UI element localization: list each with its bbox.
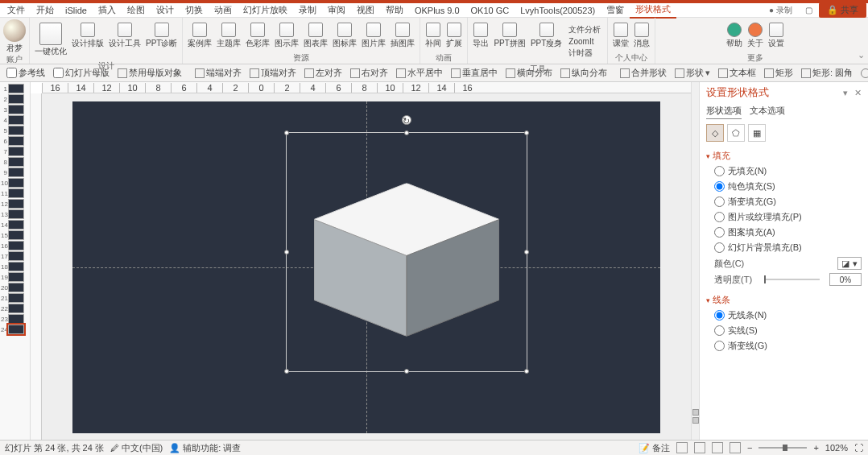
align-hc[interactable]: 水平居中 — [393, 65, 446, 81]
share-btn[interactable]: 🔒 共享 — [819, 2, 866, 18]
menu-islide[interactable]: iSlide — [60, 4, 93, 17]
handle-tm[interactable] — [404, 130, 409, 135]
line-solid[interactable]: 实线(S) — [706, 323, 862, 338]
thumb-21[interactable]: 21 — [1, 293, 29, 303]
thumb-17[interactable]: 17 — [1, 251, 29, 261]
help-btn[interactable]: 帮助 — [726, 23, 742, 49]
msg-btn[interactable]: 消息 — [634, 23, 650, 49]
disable-master[interactable]: 禁用母版对象 — [114, 65, 185, 81]
thumb-4[interactable]: 4 — [1, 115, 29, 125]
thumb-20[interactable]: 20 — [1, 283, 29, 292]
dist-v[interactable]: 纵向分布 — [557, 65, 610, 81]
menu-slideshow[interactable]: 幻灯片放映 — [238, 2, 293, 18]
fill-section[interactable]: 填充 — [706, 148, 862, 163]
selection-box[interactable]: ↻ — [286, 132, 527, 372]
color-picker[interactable]: ◪ ▾ — [837, 257, 862, 270]
thumb-11[interactable]: 11 — [1, 188, 29, 198]
fill-none[interactable]: 无填充(N) — [706, 163, 862, 179]
menu-design[interactable]: 设计 — [151, 2, 180, 18]
rect-btn[interactable]: 矩形 — [761, 65, 796, 81]
record-btn[interactable]: ● 录制 — [763, 3, 799, 18]
case-btn[interactable]: 案例库 — [188, 23, 212, 49]
notes-btn[interactable]: 📝 备注 — [639, 442, 670, 454]
present-icon[interactable]: ▢ — [799, 4, 819, 16]
size-icon[interactable]: ▦ — [748, 124, 766, 142]
chart-btn[interactable]: 图表库 — [304, 23, 328, 49]
menu-help[interactable]: 帮助 — [380, 2, 409, 18]
menu-insert[interactable]: 插入 — [93, 2, 122, 18]
ribbon-collapse[interactable]: ⌄ — [854, 47, 868, 64]
guides-chk[interactable]: 参考线 — [3, 65, 48, 81]
menu-file[interactable]: 文件 — [2, 2, 31, 18]
master-chk[interactable]: 幻灯片母版 — [50, 65, 113, 81]
thumb-16[interactable]: 16 — [1, 241, 29, 250]
thumb-9[interactable]: 9 — [1, 168, 29, 177]
align-vc[interactable]: 垂直居中 — [448, 65, 501, 81]
handle-ml[interactable] — [284, 250, 289, 254]
scrollbar-v[interactable] — [691, 82, 699, 440]
thumb-15[interactable]: 15 — [1, 230, 29, 240]
zoom-value[interactable]: 102% — [825, 443, 848, 453]
trans-spin[interactable] — [829, 273, 862, 286]
handle-tl[interactable] — [284, 130, 289, 135]
line-gradient[interactable]: 渐变线(G) — [706, 338, 862, 354]
menu-xue[interactable]: 雪窗 — [601, 2, 630, 18]
tab-text-options[interactable]: 文本选项 — [750, 105, 785, 119]
align-right[interactable]: 右对齐 — [347, 65, 391, 81]
fileanalysis-btn[interactable]: 文件分析 — [568, 24, 601, 35]
icon-btn[interactable]: 图标库 — [333, 23, 357, 49]
line-none[interactable]: 无线条(N) — [706, 308, 862, 323]
menu-record[interactable]: 录制 — [293, 2, 322, 18]
class-btn[interactable]: 课堂 — [613, 23, 629, 49]
opt-btn[interactable]: 一键优化 — [35, 23, 67, 57]
menu-draw[interactable]: 绘图 — [122, 2, 151, 18]
dist-h[interactable]: 横向分布 — [502, 65, 556, 81]
ellipse-btn[interactable]: 椭圆 — [858, 65, 868, 81]
fill-pattern[interactable]: 图案填充(A) — [706, 225, 862, 240]
thumbnails[interactable]: 123456789101112131415161718192021222324 — [0, 82, 31, 440]
color-btn[interactable]: 色彩库 — [246, 23, 270, 49]
diagram-btn[interactable]: 图示库 — [275, 23, 299, 49]
fill-picture[interactable]: 图片或纹理填充(P) — [706, 209, 862, 225]
fit-icon[interactable]: ⛶ — [854, 443, 863, 453]
menu-review[interactable]: 审阅 — [322, 2, 351, 18]
view-normal-icon[interactable] — [676, 442, 688, 453]
thumb-23[interactable]: 23 — [1, 314, 29, 324]
panel-close-icon[interactable]: ✕ — [854, 88, 862, 98]
menu-home[interactable]: 开始 — [31, 2, 60, 18]
pic-btn[interactable]: 图片库 — [362, 23, 386, 49]
avatar[interactable]: 君梦 — [3, 19, 26, 54]
diag-btn[interactable]: PPT诊断 — [146, 23, 177, 57]
fill-line-icon[interactable]: ◇ — [706, 124, 724, 142]
thumb-18[interactable]: 18 — [1, 262, 29, 271]
about-btn[interactable]: 关于 — [747, 23, 763, 49]
menu-ok10[interactable]: OK10 GC — [465, 4, 515, 17]
fill-gradient[interactable]: 渐变填充(G) — [706, 194, 862, 209]
handle-tr[interactable] — [524, 130, 529, 135]
thumb-1[interactable]: 1 — [1, 84, 29, 93]
view-sorter-icon[interactable] — [694, 442, 705, 453]
shape-dd[interactable]: 形状 ▾ — [672, 65, 713, 81]
thumb-24[interactable]: 24 — [1, 325, 29, 334]
acc-btn[interactable]: 👤 辅助功能: 调查 — [169, 442, 241, 454]
zoom-slider[interactable] — [758, 447, 807, 449]
fill-solid[interactable]: 纯色填充(S) — [706, 179, 862, 194]
align-left[interactable]: 左对齐 — [301, 65, 345, 81]
lang-btn[interactable]: 🖉 中文(中国) — [110, 442, 163, 454]
view-slideshow-icon[interactable] — [730, 442, 741, 453]
merge-shape[interactable]: 合并形状 — [617, 65, 670, 81]
export-btn[interactable]: 导出 — [473, 23, 489, 60]
mosaic-btn[interactable]: PPT拼图 — [494, 23, 525, 60]
slide-area[interactable]: ↻ — [42, 93, 691, 440]
menu-view[interactable]: 视图 — [351, 2, 380, 18]
textbox-btn[interactable]: 文本框 — [715, 65, 759, 81]
illust-btn[interactable]: 插图库 — [391, 23, 415, 49]
thumb-22[interactable]: 22 — [1, 304, 29, 313]
settings-btn[interactable]: 设置 — [768, 23, 784, 49]
handle-bm[interactable] — [404, 369, 409, 374]
align-dist[interactable]: 端端对齐 — [192, 65, 245, 81]
fill-slidebg[interactable]: 幻灯片背景填充(B) — [706, 240, 862, 255]
menu-lvyh[interactable]: LvyhTools(200523) — [515, 4, 601, 17]
thumb-8[interactable]: 8 — [1, 157, 29, 167]
cube-shape[interactable] — [314, 184, 499, 337]
